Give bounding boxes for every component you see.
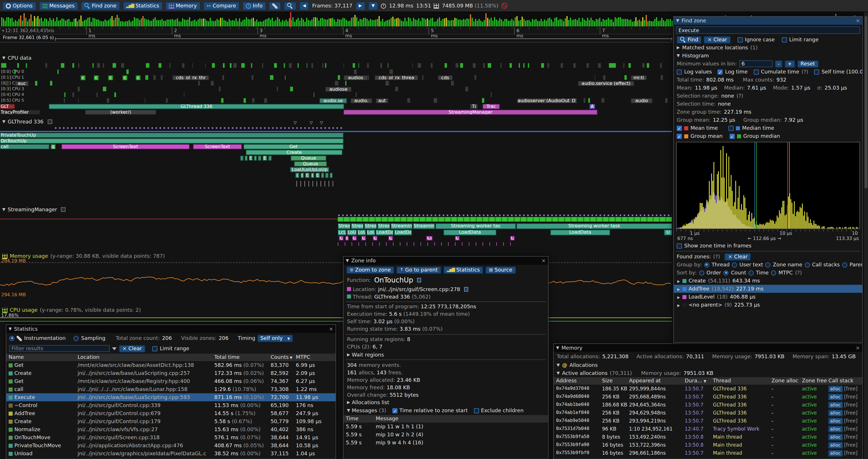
frame-select-button[interactable]: ▼: [368, 1, 378, 10]
close-icon[interactable]: ×: [329, 326, 333, 332]
found-zone-group[interactable]: ▶LoadLevel(18)406.88 µs: [674, 293, 862, 301]
statistics-row[interactable]: Createjni/../jni/src/claw/base/LuaScript…: [6, 369, 336, 377]
timeline-zone[interactable]: cds: [438, 75, 453, 80]
timeline-zone[interactable]: audios: [343, 75, 368, 80]
cumulate-time-label[interactable]: Cumulate time: [761, 69, 799, 75]
log-time-checkbox[interactable]: [717, 69, 723, 74]
allocation-row[interactable]: 0x7531d7b04096 KB1:10 234,952,16112:40.7…: [554, 425, 862, 433]
log-values-label[interactable]: Log values: [684, 69, 712, 75]
zone-statistics-button[interactable]: ▂▅▇Statistics: [443, 266, 484, 273]
statistics-row[interactable]: ~Controljni/../jni/src/guif/Control.cpp:…: [6, 401, 336, 409]
timeline-zone[interactable]: LcU: [338, 230, 346, 235]
radio-group-parent[interactable]: [842, 262, 847, 267]
clear-filter-button[interactable]: Clear: [119, 345, 145, 352]
allocations-expander[interactable]: ▼Allocations: [554, 361, 862, 369]
allocation-row[interactable]: 0x7553b9fbf016 bytes296,661,186ns13:50.7…: [554, 449, 862, 457]
timeline-zone[interactable]: ScreenText: [61, 144, 190, 149]
location-value[interactable]: jni/../jni/src/guif/Screen.cpp:278: [378, 286, 460, 292]
timeline-zone[interactable]: C: [388, 236, 393, 240]
show-zone-time-label[interactable]: Show zone time in frames: [684, 243, 751, 249]
timeline-zone[interactable]: C: [373, 236, 377, 240]
timeline-zone[interactable]: LoadDaU: [376, 230, 394, 235]
options-button[interactable]: Options: [2, 1, 36, 10]
timeline-zone[interactable]: Queue: [294, 161, 327, 166]
info-button[interactable]: Info: [242, 1, 266, 10]
collapse-icon[interactable]: ▼: [676, 19, 679, 23]
timeline-zone[interactable]: Streaming: [391, 223, 412, 229]
sort-time-label[interactable]: Time: [756, 270, 769, 275]
timeline-zone[interactable]: audioserver (AudioOut_D): [517, 98, 577, 103]
show-zone-time-checkbox[interactable]: [677, 243, 682, 248]
message-row[interactable]: 5.59 smip 9 w 4 h 4 (16): [343, 438, 548, 447]
zoom-to-zone-button[interactable]: ◎Zoom to zone: [346, 266, 394, 273]
limit-range-label[interactable]: Limit range: [789, 37, 818, 42]
go-to-parent-button[interactable]: ↑Go to parent: [397, 266, 441, 273]
source-button[interactable]: ▤Source: [486, 266, 516, 273]
self-time-checkbox[interactable]: [814, 69, 819, 74]
statistics-row[interactable]: PrivateTouchMovejni/../jni/application/A…: [6, 441, 336, 450]
alloc-callstack-link[interactable]: alloc: [828, 450, 842, 456]
messages-button[interactable]: Messages: [39, 1, 78, 10]
statistics-row[interactable]: Get/mnt/e/claw/src/claw/base/Registry.hp…: [6, 377, 336, 385]
timeline-zone[interactable]: Create: [246, 150, 342, 155]
find-zone-window[interactable]: ▼ Find zone × Execute Find Clear Ignore …: [673, 16, 863, 343]
timeline-zone[interactable]: LoUj: [347, 230, 357, 235]
timeline-zone[interactable]: StreamingManager: [343, 110, 597, 115]
sort-mtpc-label[interactable]: MTPC: [778, 270, 793, 275]
timeline-zone[interactable]: c: [345, 236, 349, 240]
timeline-zone[interactable]: LoaULoiUpLoUp: [290, 167, 329, 172]
collapse-icon[interactable]: ▼: [2, 207, 5, 212]
streaming-section-header[interactable]: ▼StreamingManager: [2, 207, 66, 212]
timeline-zone[interactable]: Streaming worker task: [517, 223, 672, 229]
group-user-text-label[interactable]: User text: [739, 262, 763, 267]
exclude-children-label[interactable]: Exclude children: [481, 407, 523, 413]
timeline-zone[interactable]: Streaming: [413, 223, 435, 229]
alloc-callstack-link[interactable]: alloc: [828, 418, 842, 424]
cumulate-time-checkbox[interactable]: [753, 69, 758, 74]
timeline-zone[interactable]: LoadDaU: [394, 230, 412, 235]
sampling-label[interactable]: Sampling: [81, 335, 105, 341]
statistics-row[interactable]: AddTreejni/../jni/src/guif/Control.cpp:6…: [6, 409, 336, 417]
timeline-zone[interactable]: E: [315, 173, 320, 178]
median-time-label[interactable]: Median time: [742, 125, 774, 131]
radio-sort-order[interactable]: [699, 270, 704, 275]
timeline-zone[interactable]: Strea: [364, 223, 377, 229]
statistics-row[interactable]: Executejni/../jni/src/claw/base/LuaScrip…: [6, 393, 336, 401]
timeline-zone[interactable]: Strea: [351, 223, 364, 229]
wait-regions-expander[interactable]: ▶Wait regions: [343, 351, 548, 358]
timeline-zone[interactable]: c: [108, 75, 113, 80]
sort-order-label[interactable]: Order: [706, 270, 721, 275]
collapse-icon[interactable]: ▼: [2, 120, 5, 124]
timeline-zone[interactable]: ScreenText: [193, 144, 242, 149]
vertical-scrollbar[interactable]: [864, 12, 868, 459]
exclude-children-checkbox[interactable]: [474, 408, 479, 413]
allocation-row[interactable]: 0x74ab1ef040256 KB294,629,948ns13:50.7GL…: [554, 409, 862, 417]
active-allocations-expander[interactable]: ▼Active allocations(70,311) Memory usage…: [554, 369, 862, 377]
timeline-zone[interactable]: audiose: [325, 87, 351, 92]
timeline-zone[interactable]: [321, 173, 324, 178]
timeline-zone[interactable]: Streaming worker tas: [435, 223, 516, 229]
timeline-zone[interactable]: C: [339, 236, 343, 240]
group-call-stacks-label[interactable]: Call stacks: [812, 262, 840, 267]
timeline-zone[interactable]: (: [301, 173, 304, 178]
prev-frame-button[interactable]: ◀: [299, 1, 309, 10]
radio-group-zone-name[interactable]: [766, 262, 771, 267]
radio-group-thread[interactable]: [704, 262, 709, 267]
memory-window[interactable]: ▼ Memory × Total allocations: 5,221,308A…: [553, 343, 863, 459]
histogram-expander[interactable]: ▼Histogram: [674, 52, 862, 60]
alloc-callstack-link[interactable]: alloc: [828, 434, 842, 440]
messages-expander[interactable]: ▼Messages(3) Time relative to zone start…: [343, 406, 548, 415]
timeline-zone[interactable]: Strea: [377, 223, 390, 229]
timeline-zone[interactable]: (: [311, 173, 314, 178]
message-row[interactable]: 5.59 smip 10 w 2 h 2 (4): [343, 431, 548, 438]
radio-group-call-stacks[interactable]: [805, 262, 810, 267]
allocation-row[interactable]: 0x7553b9fa9016 bytes153,722,396ns13:50.8…: [554, 441, 862, 449]
timeline-zone[interactable]: cds_ol_rx_thr: [172, 75, 209, 80]
next-frame-button[interactable]: ▶: [355, 1, 365, 10]
allocation-row[interactable]: 0x74a9d37040186.35 KB295,999,844ns13:50.…: [554, 385, 862, 393]
group-mean-label[interactable]: Group mean: [690, 133, 723, 139]
radio-sort-mtpc[interactable]: [771, 270, 776, 275]
allocation-row[interactable]: 0x7553b9fa508 bytes153,492,240ns13:50.8M…: [554, 433, 862, 441]
timeline-zone[interactable]: LoU: [357, 230, 366, 235]
timeline-zone[interactable]: audio.: [350, 98, 372, 103]
